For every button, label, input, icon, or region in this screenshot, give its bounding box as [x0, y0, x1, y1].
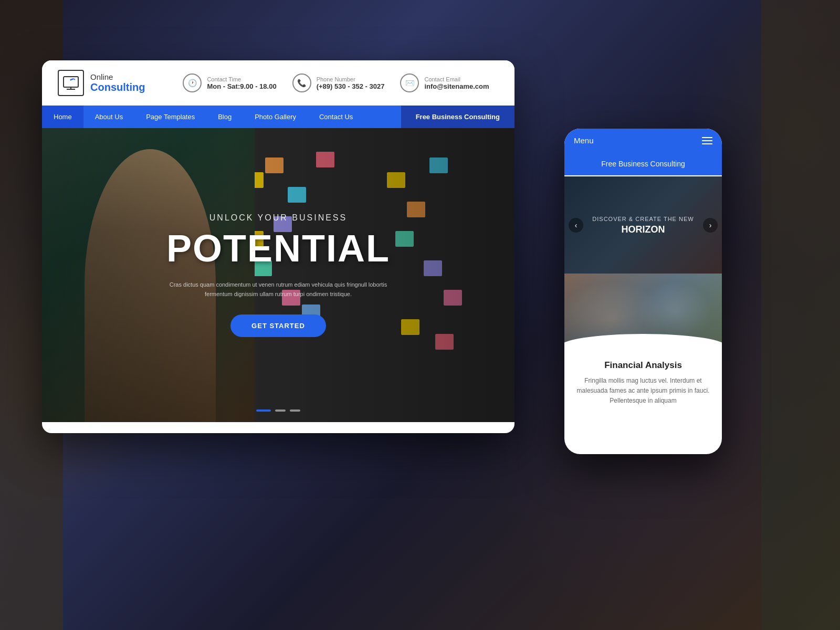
- mobile-card-title: Financial Analysis: [575, 360, 711, 371]
- email-label: Contact Email: [424, 76, 489, 82]
- email-value: info@sitename.com: [424, 82, 489, 90]
- svg-rect-0: [64, 77, 78, 87]
- logo-online: Online: [90, 72, 145, 81]
- desktop-mockup: Online Consulting 🕐 Contact Time Mon - S…: [42, 60, 514, 433]
- phone-item: 📞 Phone Number (+89) 530 - 352 - 3027: [292, 74, 385, 92]
- hamburger-line-3: [702, 143, 712, 144]
- slider-dots: [256, 410, 300, 412]
- mobile-nav-bar: Menu: [564, 129, 722, 152]
- contact-time-item: 🕐 Contact Time Mon - Sat:9.00 - 18.00: [183, 74, 276, 92]
- header-info: 🕐 Contact Time Mon - Sat:9.00 - 18.00 📞 …: [173, 74, 499, 92]
- phone-value: (+89) 530 - 352 - 3027: [317, 82, 385, 90]
- hamburger-line-2: [702, 140, 712, 141]
- contact-time-value: Mon - Sat:9.00 - 18.00: [207, 82, 276, 90]
- hero-description: Cras dictus quam condimentum ut venen ru…: [168, 280, 388, 299]
- nav-item-templates[interactable]: Page Templates: [134, 106, 206, 128]
- phone-text: Phone Number (+89) 530 - 352 - 3027: [317, 76, 385, 90]
- mobile-slider-subtitle: DISCOVER & CREATE THE NEW: [585, 215, 701, 222]
- nav-item-about[interactable]: About Us: [83, 106, 134, 128]
- hamburger-line-1: [702, 137, 712, 138]
- mobile-mockup: Menu Free Business Consulting ‹ DISCOVER…: [564, 129, 722, 454]
- nav-item-blog[interactable]: Blog: [206, 106, 243, 128]
- hamburger-icon[interactable]: [702, 137, 712, 144]
- mobile-card-body: Financial Analysis Fringilla mollis mag …: [564, 350, 722, 415]
- contact-time-text: Contact Time Mon - Sat:9.00 - 18.00: [207, 76, 276, 90]
- email-item: ✉️ Contact Email info@sitename.com: [400, 74, 489, 92]
- slider-dot-2[interactable]: [275, 410, 286, 412]
- mobile-cta-bar[interactable]: Free Business Consulting: [564, 152, 722, 175]
- hero-content: UNLOCK YOUR BUSINESS POTENTIAL Cras dict…: [134, 213, 423, 337]
- slider-prev-arrow[interactable]: ‹: [569, 218, 583, 233]
- mobile-card: Financial Analysis Fringilla mollis mag …: [564, 274, 722, 415]
- mobile-card-text: Fringilla mollis mag luctus vel. Interdu…: [575, 376, 711, 406]
- clock-icon: 🕐: [183, 74, 202, 92]
- nav-cta-button[interactable]: Free Business Consulting: [401, 106, 514, 128]
- phone-label: Phone Number: [317, 76, 385, 82]
- nav-items: Home About Us Page Templates Blog Photo …: [42, 106, 401, 128]
- slider-dot-1[interactable]: [256, 410, 271, 412]
- background-person-right: [761, 0, 840, 630]
- svg-point-3: [70, 79, 72, 81]
- mobile-slider-content: DISCOVER & CREATE THE NEW HORIZON: [585, 215, 701, 235]
- contact-time-label: Contact Time: [207, 76, 276, 82]
- hero-subtitle: UNLOCK YOUR BUSINESS: [134, 213, 423, 223]
- slider-next-arrow[interactable]: ›: [703, 218, 718, 233]
- hero-section: UNLOCK YOUR BUSINESS POTENTIAL Cras dict…: [42, 128, 514, 422]
- logo-area: Online Consulting: [58, 70, 152, 96]
- nav-item-home[interactable]: Home: [42, 106, 83, 128]
- mobile-menu-label: Menu: [574, 136, 594, 145]
- hero-title: POTENTIAL: [134, 227, 423, 270]
- site-navigation: Home About Us Page Templates Blog Photo …: [42, 106, 514, 128]
- nav-item-contact[interactable]: Contact Us: [308, 106, 364, 128]
- hero-cta-button[interactable]: GET STARTED: [230, 314, 326, 337]
- nav-item-gallery[interactable]: Photo Gallery: [243, 106, 308, 128]
- logo-text: Online Consulting: [90, 72, 145, 93]
- mobile-card-image: [564, 274, 722, 350]
- email-text: Contact Email info@sitename.com: [424, 76, 489, 90]
- slider-dot-3[interactable]: [290, 410, 300, 412]
- mobile-slider: ‹ DISCOVER & CREATE THE NEW HORIZON ›: [564, 176, 722, 274]
- logo-icon: [58, 70, 84, 96]
- phone-icon: 📞: [292, 74, 311, 92]
- logo-consulting: Consulting: [90, 81, 145, 93]
- mobile-slider-title: HORIZON: [622, 224, 665, 234]
- site-header: Online Consulting 🕐 Contact Time Mon - S…: [42, 60, 514, 106]
- email-icon: ✉️: [400, 74, 419, 92]
